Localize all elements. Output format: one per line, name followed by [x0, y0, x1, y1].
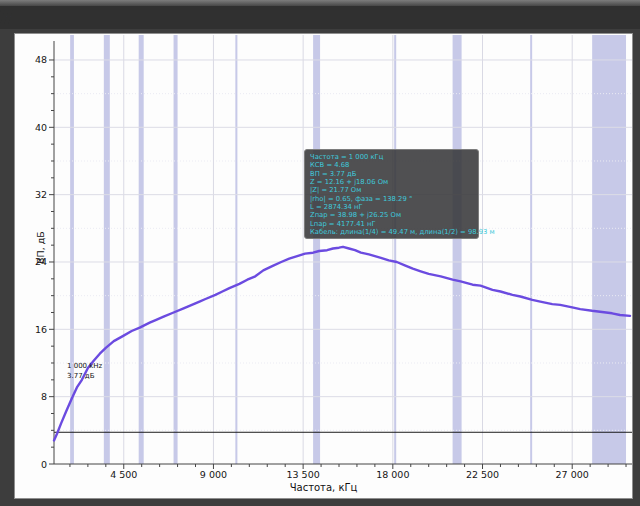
measurement-tooltip: Частота = 1 000 кГц КСВ = 4.68 ВП = 3.77…: [304, 149, 479, 239]
tooltip-inductance: L = 2874.34 нГ: [310, 203, 473, 211]
chart-panel: 0816243240484 5009 00013 50018 00022 500…: [14, 33, 633, 499]
x-tick-label: 18 000: [376, 469, 409, 480]
y-tick-label: 40: [35, 122, 47, 133]
tab-label: Фаза: [3, 10, 27, 29]
marker-frequency: 1 000 kHz: [67, 361, 102, 371]
y-tick-label: 48: [35, 54, 47, 65]
y-tick-label: 0: [41, 459, 47, 470]
frequency-band: [174, 35, 178, 464]
y-tick-label: 8: [41, 391, 47, 402]
frequency-band: [394, 35, 396, 464]
x-tick-label: 27 000: [556, 469, 589, 480]
tab-label: Смит: [0, 10, 7, 29]
tab-label: Рефлектометр: [0, 10, 11, 29]
tooltip-cable: Кабель: длина(1/4) = 49.47 м, длина(1/2)…: [310, 228, 473, 236]
cursor-marker-label: 1 000 kHz 3.77 дБ: [67, 361, 102, 381]
frequency-band: [139, 35, 144, 464]
tooltip-rho: |rho| = 0.65, фаза = 138.29 °: [310, 195, 473, 203]
y-tick-label: 32: [35, 189, 47, 200]
frequency-band: [453, 35, 462, 464]
y-tick-label: 16: [35, 324, 47, 335]
frequency-band: [313, 35, 320, 464]
tooltip-l-parallel: Lпар = 4177.41 нГ: [310, 220, 473, 228]
tooltip-frequency: Частота = 1 000 кГц: [310, 153, 473, 161]
x-tick-label: 9 000: [200, 469, 227, 480]
x-tick-label: 13 500: [287, 469, 320, 480]
tab-label: Z=R+jX: [0, 10, 23, 29]
vp-chart-plot[interactable]: 0816243240484 5009 00013 50018 00022 500…: [15, 34, 632, 498]
tooltip-swr: КСВ = 4.68: [310, 161, 473, 169]
tooltip-z-parallel: Zпар = 38.98 + j26.25 Ом: [310, 211, 473, 219]
tooltip-impedance: Z = 12.16 + j18.06 Ом: [310, 178, 473, 186]
tab-label: Z=R||+jX: [0, 10, 19, 29]
frequency-band: [530, 35, 532, 464]
frequency-band: [235, 35, 237, 464]
y-axis-title: ВП, дБ: [35, 228, 46, 268]
tooltip-return-loss: ВП = 3.77 дБ: [310, 170, 473, 178]
tooltip-impedance-mod: |Z| = 21.77 Ом: [310, 186, 473, 194]
frequency-band: [104, 35, 110, 464]
marker-value: 3.77 дБ: [67, 371, 102, 381]
frequency-band: [592, 35, 626, 464]
tab-label: ВП: [0, 10, 15, 29]
x-tick-label: 22 500: [466, 469, 499, 480]
x-tick-label: 4 500: [110, 469, 137, 480]
chart-tab-bar: КСВ Фаза Z=R+jX Z=R||+jX ВП Рефлектометр…: [0, 6, 640, 29]
tab-label: КСВ: [7, 10, 31, 29]
x-axis-title: Частота, кГц: [15, 482, 632, 493]
